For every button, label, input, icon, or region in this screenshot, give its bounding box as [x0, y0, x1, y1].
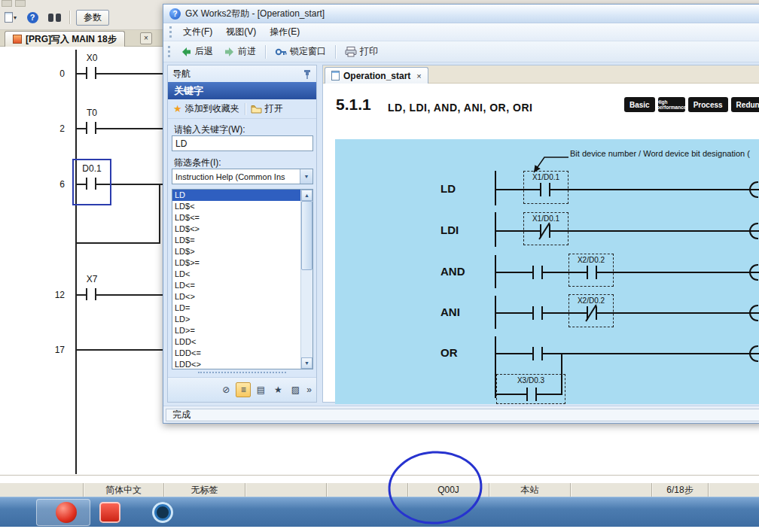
contact-bar: [95, 122, 96, 134]
keyword-list-item[interactable]: LDD<>: [172, 359, 300, 369]
contact-device-label: X0: [69, 53, 115, 63]
menu-grip: [169, 26, 172, 38]
circle-slash-icon[interactable]: ⊘: [218, 382, 233, 397]
document-icon[interactable]: ▤: [253, 382, 268, 397]
menu-operate[interactable]: 操作(E): [263, 23, 306, 41]
keyword-list-item[interactable]: LD>=: [172, 325, 300, 336]
keyword-list-item[interactable]: LD$<=: [172, 212, 300, 223]
nav-splitter[interactable]: [317, 62, 322, 406]
branch-vertical-wire: [159, 184, 160, 243]
taskbar-app-icon-red-square[interactable]: [99, 502, 120, 523]
keyword-list-item[interactable]: LD<: [172, 269, 300, 280]
keyword-list-item[interactable]: LD$=: [172, 235, 300, 246]
toolbar-separator: [69, 11, 70, 24]
parameter-button[interactable]: 参数: [76, 10, 109, 26]
keyword-list-item[interactable]: LD<=: [172, 280, 300, 291]
keyword-list-item[interactable]: LD$>=: [172, 257, 300, 269]
coil-symbol: [749, 264, 758, 281]
taskbar-app-icon-red-ball[interactable]: [56, 502, 77, 523]
scroll-down-button[interactable]: ▼: [301, 357, 312, 369]
forward-arrow-icon: [224, 47, 235, 57]
scrollbar-thumb[interactable]: [301, 201, 312, 270]
instruction-label: OR: [440, 346, 489, 359]
nav-bottom-toolbar: ⊘ ≡ ▤ ★ ▨ »: [168, 377, 316, 402]
keyword-list[interactable]: LDLD$<LD$<=LD$<>LD$=LD$>LD$>=LD<LD<=LD<>…: [172, 189, 313, 369]
forward-label: 前进: [238, 45, 256, 58]
contact-bar: [532, 266, 534, 279]
zoom-dropdown-button[interactable]: ▾: [2, 9, 20, 26]
filter-selected-value: Instruction Help (Common Ins: [172, 172, 300, 181]
operand-label: X1/D0.1: [524, 214, 568, 223]
keyword-list-item[interactable]: LD: [172, 190, 300, 201]
coil-symbol: [749, 345, 758, 362]
page-icon: [5, 12, 13, 23]
diagram-rail: [495, 212, 496, 247]
help-window: ? GX Works2帮助 - [Operation_start] 文件(F) …: [163, 4, 759, 424]
section-title: LD, LDI, AND, ANI, OR, ORI: [388, 102, 532, 114]
find-toolbar-button[interactable]: [45, 9, 63, 26]
contact-device-label: T0: [69, 108, 115, 118]
navigation-header: 导航: [168, 65, 316, 82]
lock-window-button[interactable]: 锁定窗口: [270, 43, 331, 60]
print-label: 打印: [360, 45, 378, 58]
keyword-list-item[interactable]: LD$<: [172, 201, 300, 212]
print-button[interactable]: 打印: [340, 43, 383, 60]
editor-tab-close-button[interactable]: ×: [140, 32, 152, 44]
keyword-list-scrollbar[interactable]: ▲ ▼: [300, 190, 312, 369]
help-menu-bar: 文件(F) 视图(V) 操作(E): [163, 23, 759, 41]
navigation-title: 导航: [172, 68, 191, 81]
editor-tab[interactable]: [PRG]写入 MAIN 18步: [5, 31, 125, 47]
more-tools-chevron[interactable]: »: [305, 385, 313, 395]
keyword-list-item[interactable]: LD<>: [172, 291, 300, 302]
add-to-favorites-button[interactable]: ★ 添加到收藏夹: [168, 99, 245, 118]
status-segment: 无标签: [163, 483, 245, 497]
back-button[interactable]: 后退: [176, 43, 218, 60]
favorites-star-icon[interactable]: ★: [270, 382, 285, 397]
contact-device-label: X7: [69, 274, 115, 284]
main-toolbar: ▾ ? 参数: [2, 8, 109, 26]
contact-bar: [535, 388, 537, 401]
keyword-list-item[interactable]: LDD<=: [172, 348, 300, 359]
instruction-diagram: Bit device number / Word device bit desi…: [335, 139, 759, 404]
index-list-icon[interactable]: ≡: [236, 382, 251, 397]
contact-bar: [541, 347, 543, 360]
select-dropdown-button[interactable]: ▼: [300, 169, 312, 184]
contact-bar: [532, 347, 534, 360]
pin-icon[interactable]: [303, 69, 312, 79]
menu-view[interactable]: 视图(V): [219, 23, 263, 41]
scroll-up-button[interactable]: ▲: [301, 190, 312, 201]
keyword-list-item[interactable]: LD$<>: [172, 223, 300, 235]
taskbar-app-icon-ring[interactable]: [152, 502, 173, 523]
keyword-list-item[interactable]: LDD<: [172, 336, 300, 348]
lock-window-label: 锁定窗口: [290, 45, 326, 58]
help-toolbar-button[interactable]: ?: [23, 9, 41, 26]
contact-gap: [87, 128, 95, 129]
document-tab[interactable]: Operation_start ×: [325, 67, 428, 84]
filter-select[interactable]: Instruction Help (Common Ins ▼: [172, 169, 313, 184]
open-button[interactable]: 打开: [245, 99, 288, 118]
contact-gap: [534, 272, 541, 273]
desktop: ▾ ? 参数 [PRG]写入 MAIN 18步 × 0: [0, 0, 759, 532]
document-hatched-icon[interactable]: ▨: [288, 382, 303, 397]
contact-bar: [86, 122, 87, 134]
document-tab-close-button[interactable]: ×: [416, 71, 421, 81]
branch-wire: [75, 242, 160, 244]
toolbar-separator: [335, 45, 336, 59]
keyword-list-item[interactable]: LD>: [172, 314, 300, 325]
splitter-handle[interactable]: [198, 372, 286, 375]
help-status-field: 完成: [166, 409, 759, 421]
help-body: 导航 关键字 ★ 添加到收藏夹 打开 请输: [163, 62, 759, 406]
help-app-icon: ?: [169, 8, 181, 20]
keyword-input[interactable]: LD: [172, 135, 313, 151]
keyword-list-item[interactable]: LD$>: [172, 246, 300, 257]
help-title-bar[interactable]: ? GX Works2帮助 - [Operation_start]: [163, 5, 759, 23]
forward-button[interactable]: 前进: [219, 43, 261, 60]
diagram-rail: [495, 171, 496, 205]
help-status-text: 完成: [172, 409, 191, 421]
keyword-list-item[interactable]: LD=: [172, 302, 300, 314]
instruction-label: LDI: [440, 223, 489, 236]
chevron-down-icon: ▼: [304, 174, 309, 179]
menu-file[interactable]: 文件(F): [176, 23, 219, 41]
contact-bar: [526, 388, 528, 401]
contact-bar: [587, 266, 588, 279]
